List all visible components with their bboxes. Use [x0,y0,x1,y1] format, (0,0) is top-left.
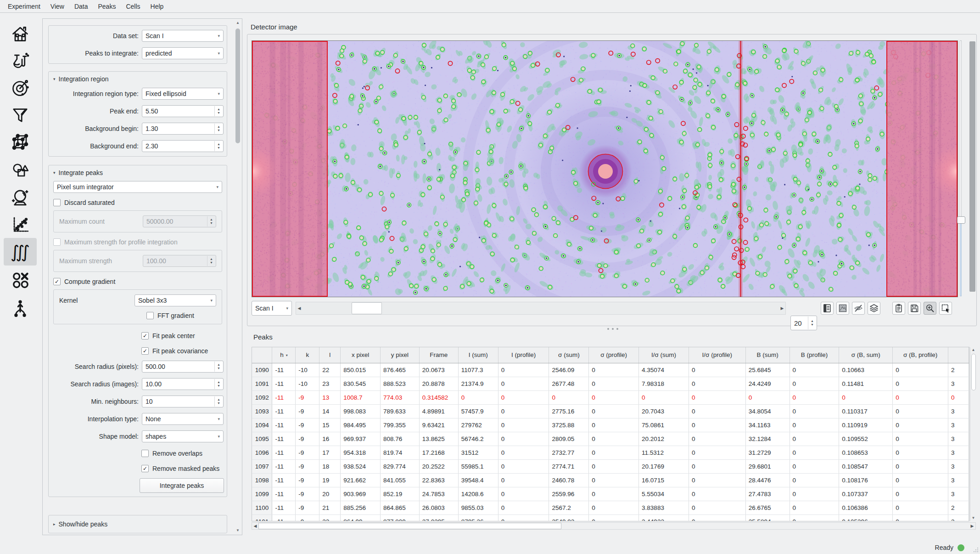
table-cell[interactable]: 279762 [458,418,498,432]
table-cell[interactable]: 0 [745,390,790,404]
table-cell[interactable]: 799.355 [380,418,419,432]
table-cell[interactable]: 21 [319,501,341,514]
compute-gradient-row[interactable]: Compute gradient [53,278,222,285]
table-cell[interactable]: 2546.09 [549,363,589,377]
sidebar-item-autoindexer[interactable] [4,129,37,156]
table-cell[interactable]: 0 [498,363,549,377]
table-cell[interactable]: 2 [948,363,969,377]
spin-arrows-icon[interactable]: ▲▼ [808,317,816,329]
table-cell[interactable]: -11 [272,514,296,521]
table-cell[interactable]: 969.937 [341,432,381,446]
table-cell[interactable]: 0 [498,432,549,446]
table-cell[interactable]: 0 [790,363,839,377]
table-cell[interactable]: 0.108653 [839,446,893,459]
integrate-peaks-button[interactable]: Integrate peaks [140,478,224,493]
table-cell[interactable]: 2732.77 [549,446,589,459]
table-cell[interactable]: 0 [589,377,639,390]
table-cell[interactable]: 876.465 [380,363,419,377]
table-cell[interactable]: 0 [689,487,745,501]
table-cell[interactable]: 877.809 [380,514,419,521]
integration-region-header[interactable]: ▾ Integration region [53,75,222,83]
table-cell[interactable]: 0 [689,501,745,514]
table-cell[interactable]: -11 [272,390,296,404]
table-cell[interactable]: 22 [319,514,341,521]
table-cell[interactable]: 31512 [458,446,498,459]
column-header[interactable]: l [319,347,341,363]
table-cell[interactable]: 13.8625 [419,432,458,446]
scroll-down-icon[interactable]: ▼ [972,515,975,521]
table-cell[interactable]: 0 [498,473,549,487]
table-cell[interactable]: 3 [948,432,969,446]
shape-model-combo[interactable]: shapes ▾ [142,430,224,442]
fit-peak-center-checkbox[interactable] [141,332,149,339]
table-cell[interactable]: 0 [893,473,948,487]
sidebar-item-shape-model[interactable] [4,157,37,185]
frame-scrollbar-thumb[interactable] [352,302,382,314]
column-header[interactable]: y pixel [380,347,419,363]
table-cell[interactable]: 4.35074 [639,363,689,377]
table-cell[interactable]: 24.4249 [745,377,790,390]
table-cell[interactable]: 0 [790,404,839,418]
scroll-right-icon[interactable]: ▶ [779,306,785,311]
table-cell[interactable]: 2460.78 [549,473,589,487]
table-cell[interactable]: 2 [948,501,969,514]
table-cell[interactable]: 0 [790,377,839,390]
region-type-combo[interactable]: Fixed ellipsoid ▾ [142,88,224,100]
table-cell[interactable]: -11 [272,487,296,501]
menu-help[interactable]: Help [146,1,169,11]
table-cell[interactable]: 3.83883 [639,501,689,514]
table-cell[interactable]: 852.19 [380,487,419,501]
table-cell[interactable]: 0 [589,446,639,459]
table-cell[interactable]: 23 [319,377,341,390]
table-cell[interactable]: 28.4476 [745,473,790,487]
table-row[interactable]: 1094-11-915984.495799.3559.6342127976203… [252,418,969,432]
column-header[interactable]: Frame [419,347,458,363]
table-cell[interactable]: -11 [272,418,296,432]
table-cell[interactable]: 1008.7 [341,390,381,404]
table-cell[interactable]: 0.10663 [839,363,893,377]
fft-gradient-checkbox[interactable] [146,312,154,319]
integrate-peaks-header[interactable]: ▾ Integrate peaks [53,169,222,176]
zoom-in-button[interactable] [924,302,936,315]
table-row[interactable]: 1090-11-1022850.015876.46520.067311077.3… [252,363,969,377]
table-cell[interactable]: 16.0715 [639,473,689,487]
table-cell[interactable]: 11077.3 [458,363,498,377]
table-cell[interactable]: -11 [272,446,296,459]
table-row[interactable]: 1099-11-920903.969852.1924.785314208.602… [252,487,969,501]
table-cell[interactable]: 0.108176 [839,473,893,487]
sidebar-item-integrate[interactable]: ∫∫∫ [4,238,37,266]
table-cell[interactable]: -10 [296,363,319,377]
scroll-left-icon[interactable]: ◀ [252,524,258,528]
table-cell[interactable]: 9.63421 [419,418,458,432]
table-cell[interactable]: 921.662 [341,473,381,487]
row-header[interactable]: 1096 [252,446,272,459]
table-cell[interactable]: 27.0295 [419,514,458,521]
max-strength-spinbox[interactable]: 100.00 ▲▼ [143,255,216,267]
background-begin-spinbox[interactable]: 1.30 ▲▼ [142,123,224,135]
table-cell[interactable]: 0.107337 [839,487,893,501]
table-cell[interactable]: 0.314582 [419,390,458,404]
table-cell[interactable]: 20.2522 [419,459,458,473]
row-header[interactable]: 1100 [252,501,272,514]
table-cell[interactable]: 3 [948,514,969,521]
row-header[interactable]: 1090 [252,363,272,377]
table-cell[interactable]: 8795.26 [458,514,498,521]
table-cell[interactable]: 0 [893,459,948,473]
table-cell[interactable]: 18 [319,459,341,473]
table-cell[interactable]: -9 [296,487,319,501]
scroll-up-icon[interactable]: ▲ [972,347,975,353]
table-cell[interactable]: 2774.71 [549,459,589,473]
table-cell[interactable]: 0.11481 [839,377,893,390]
table-cell[interactable]: -11 [272,432,296,446]
table-cell[interactable]: 0 [689,514,745,521]
maximum-count-spinbox[interactable]: 50000.00 ▲▼ [143,215,216,227]
table-cell[interactable]: 0 [893,487,948,501]
table-cell[interactable]: 0.106386 [839,501,893,514]
fit-peak-covariance-checkbox[interactable] [141,347,149,355]
table-cell[interactable]: 20 [319,487,341,501]
table-cell[interactable]: 0 [458,390,498,404]
sidebar-item-filter-peaks[interactable] [4,101,37,129]
logbook-button[interactable] [821,302,834,315]
dataset-combo[interactable]: Scan I ▾ [142,30,224,42]
scroll-up-icon[interactable]: ▲ [236,20,240,26]
